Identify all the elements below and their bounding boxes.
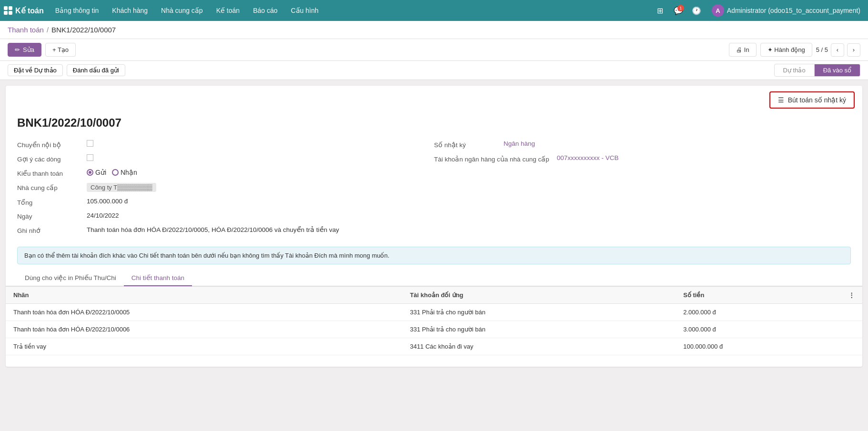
field-label: Ghi nhớ bbox=[17, 226, 79, 234]
tab-print[interactable]: Dùng cho việc in Phiếu Thu/Chi bbox=[17, 270, 124, 286]
table-header-row: Nhãn Tài khoản đối ứng Số tiền ⋮ bbox=[6, 287, 862, 304]
journal-button-bar: ☰ Bút toán số nhật ký bbox=[6, 86, 862, 109]
field-label: Số nhật ký bbox=[434, 140, 496, 149]
field-goi-y-cac-dong: Gợi ý các dòng bbox=[17, 151, 434, 166]
col-header-label: Nhãn bbox=[6, 287, 402, 304]
action-button[interactable]: ✦ Hành động bbox=[760, 43, 812, 57]
cell-actions bbox=[841, 321, 862, 338]
cell-account: 331 Phải trả cho người bán bbox=[402, 304, 676, 321]
pagination-info: 5 / 5 bbox=[816, 46, 828, 53]
field-label: Kiểu thanh toán bbox=[17, 169, 79, 177]
topnav-icons: ⊞ 💬 1 🕐 A Administrator (odoo15_to_accou… bbox=[654, 2, 864, 19]
nav-dashboard[interactable]: Bảng thông tin bbox=[50, 4, 105, 17]
col-header-amount: Số tiền bbox=[676, 287, 841, 304]
messages-icon[interactable]: 💬 1 bbox=[672, 4, 685, 17]
form-section: Chuyển nội bộ Gợi ý các dòng Kiểu thanh … bbox=[6, 133, 862, 241]
radio-nhan[interactable]: Nhận bbox=[112, 169, 137, 176]
field-label: Gợi ý các dòng bbox=[17, 154, 79, 163]
apps-grid-icon[interactable]: ⊞ bbox=[654, 4, 667, 17]
field-tong: Tổng 105.000.000 đ bbox=[17, 195, 434, 209]
field-tai-khoan-ngan-hang: Tài khoản ngân hàng của nhà cung cấp 007… bbox=[434, 151, 851, 166]
col-header-account: Tài khoản đối ứng bbox=[402, 287, 676, 304]
radio-label-gui: Gửi bbox=[95, 169, 106, 176]
cell-label: Trả tiền vay bbox=[6, 338, 402, 355]
radio-label-nhan: Nhận bbox=[121, 169, 137, 176]
print-button[interactable]: 🖨 In bbox=[729, 43, 756, 57]
breadcrumb: Thanh toán / BNK1/2022/10/0007 bbox=[0, 21, 868, 39]
radio-gui[interactable]: Gửi bbox=[87, 169, 106, 176]
pagination-prev[interactable]: ‹ bbox=[831, 43, 844, 57]
table-row[interactable]: Thanh toán hóa đơn HÓA Đ/2022/10/0006 33… bbox=[6, 321, 862, 338]
cell-amount: 2.000.000 đ bbox=[676, 304, 841, 321]
user-menu[interactable]: A Administrator (odoo15_to_account_payme… bbox=[708, 2, 864, 19]
form-right: Số nhật ký Ngân hàng Tài khoản ngân hàng… bbox=[434, 137, 851, 237]
status-bar: Đặt về Dự thảo Đánh dấu đã gửi Dự thảo Đ… bbox=[0, 61, 868, 80]
create-button[interactable]: + Tạo bbox=[45, 43, 76, 57]
nav-accounting[interactable]: Kế toán bbox=[211, 4, 245, 17]
col-header-actions: ⋮ bbox=[841, 287, 862, 304]
edit-icon: ✏ bbox=[15, 46, 20, 53]
field-ghi-nho: Ghi nhớ Thanh toán hóa đơn HÓA Đ/2022/10… bbox=[17, 223, 434, 237]
field-label: Chuyển nội bộ bbox=[17, 140, 79, 149]
info-banner: Bạn có thể thêm tài khoản đích khác vào … bbox=[17, 247, 851, 264]
cell-label: Thanh toán hóa đơn HÓA Đ/2022/10/0005 bbox=[6, 304, 402, 321]
cell-amount: 100.000.000 đ bbox=[676, 338, 841, 355]
status-draft[interactable]: Dự thảo bbox=[774, 64, 815, 77]
mark-sent-button[interactable]: Đánh dấu đã gửi bbox=[67, 64, 125, 76]
tab-payment-detail[interactable]: Chi tiết thanh toán bbox=[124, 270, 192, 286]
cell-amount: 3.000.000 đ bbox=[676, 321, 841, 338]
avatar: A bbox=[712, 4, 724, 17]
notification-badge: 1 bbox=[677, 5, 684, 11]
clock-icon[interactable]: 🕐 bbox=[690, 4, 703, 17]
user-label: Administrator (odoo15_to_account_payment… bbox=[727, 7, 860, 14]
cell-account: 3411 Các khoản đi vay bbox=[402, 338, 676, 355]
app-logo[interactable]: Kế toán bbox=[4, 6, 44, 15]
cell-actions bbox=[841, 304, 862, 321]
menu-icon: ☰ bbox=[778, 96, 784, 104]
tong-value: 105.000.000 đ bbox=[87, 198, 128, 205]
field-label: Nhà cung cấp bbox=[17, 183, 79, 191]
ngay-value: 24/10/2022 bbox=[87, 212, 119, 219]
field-nha-cung-cap: Nhà cung cấp Công ty T▒▒▒▒▒▒▒▒ bbox=[17, 180, 434, 195]
tabs-bar: Dùng cho việc in Phiếu Thu/Chi Chi tiết … bbox=[6, 270, 862, 286]
main-content: ☰ Bút toán số nhật ký BNK1/2022/10/0007 … bbox=[6, 86, 862, 367]
nav-vendors[interactable]: Nhà cung cấp bbox=[155, 4, 209, 17]
radio-dot-gui bbox=[87, 169, 93, 176]
draft-button[interactable]: Đặt về Dự thảo bbox=[8, 64, 63, 76]
breadcrumb-current: BNK1/2022/10/0007 bbox=[51, 26, 116, 34]
field-kieu-thanh-toan: Kiểu thanh toán Gửi Nhận bbox=[17, 166, 434, 180]
breadcrumb-parent[interactable]: Thanh toán bbox=[8, 26, 44, 34]
form-left: Chuyển nội bộ Gợi ý các dòng Kiểu thanh … bbox=[17, 137, 434, 237]
table-row[interactable]: Trả tiền vay 3411 Các khoản đi vay 100.0… bbox=[6, 338, 862, 355]
status-steps: Dự thảo Đã vào sổ bbox=[774, 64, 860, 77]
nav-reports[interactable]: Báo cáo bbox=[247, 4, 283, 17]
ghi-nho-value: Thanh toán hóa đơn HÓA Đ/2022/10/0005, H… bbox=[87, 226, 339, 233]
cell-actions bbox=[841, 338, 862, 355]
nav-config[interactable]: Cấu hình bbox=[285, 4, 324, 17]
journal-entries-button[interactable]: ☰ Bút toán số nhật ký bbox=[769, 91, 855, 109]
field-so-nhat-ky: Số nhật ký Ngân hàng bbox=[434, 137, 851, 151]
table-wrapper: Nhãn Tài khoản đối ứng Số tiền ⋮ Thanh t… bbox=[6, 286, 862, 367]
record-title: BNK1/2022/10/0007 bbox=[6, 109, 862, 133]
app-name: Kế toán bbox=[15, 6, 44, 15]
cell-account: 331 Phải trả cho người bán bbox=[402, 321, 676, 338]
edit-button[interactable]: ✏ Sửa bbox=[8, 43, 41, 57]
field-label: Ngày bbox=[17, 212, 79, 220]
tai-khoan-value[interactable]: 007xxxxxxxxxx - VCB bbox=[557, 154, 619, 161]
logo-grid-icon bbox=[4, 6, 12, 15]
status-posted[interactable]: Đã vào sổ bbox=[815, 64, 860, 77]
cell-label: Thanh toán hóa đơn HÓA Đ/2022/10/0006 bbox=[6, 321, 402, 338]
pagination: 5 / 5 ‹ › bbox=[816, 43, 860, 57]
nav-customers[interactable]: Khách hàng bbox=[106, 4, 153, 17]
vendor-value[interactable]: Công ty T▒▒▒▒▒▒▒▒ bbox=[87, 183, 156, 192]
chuyen-noi-bo-checkbox[interactable] bbox=[87, 140, 93, 147]
so-nhat-ky-value[interactable]: Ngân hàng bbox=[504, 140, 535, 147]
field-label: Tổng bbox=[17, 198, 79, 206]
top-navigation: Kế toán Bảng thông tin Khách hàng Nhà cu… bbox=[0, 0, 868, 21]
pagination-next[interactable]: › bbox=[847, 43, 860, 57]
field-ngay: Ngày 24/10/2022 bbox=[17, 209, 434, 223]
table-row[interactable]: Thanh toán hóa đơn HÓA Đ/2022/10/0005 33… bbox=[6, 304, 862, 321]
goi-y-checkbox[interactable] bbox=[87, 154, 93, 161]
toolbar: ✏ Sửa + Tạo 🖨 In ✦ Hành động 5 / 5 ‹ › bbox=[0, 39, 868, 61]
field-label: Tài khoản ngân hàng của nhà cung cấp bbox=[434, 154, 549, 163]
